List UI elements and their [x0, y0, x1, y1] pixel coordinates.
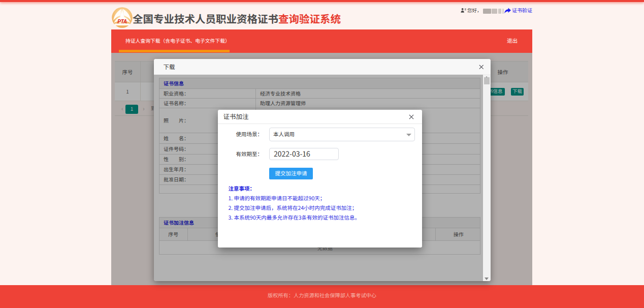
svg-text:PTA: PTA	[117, 19, 126, 24]
